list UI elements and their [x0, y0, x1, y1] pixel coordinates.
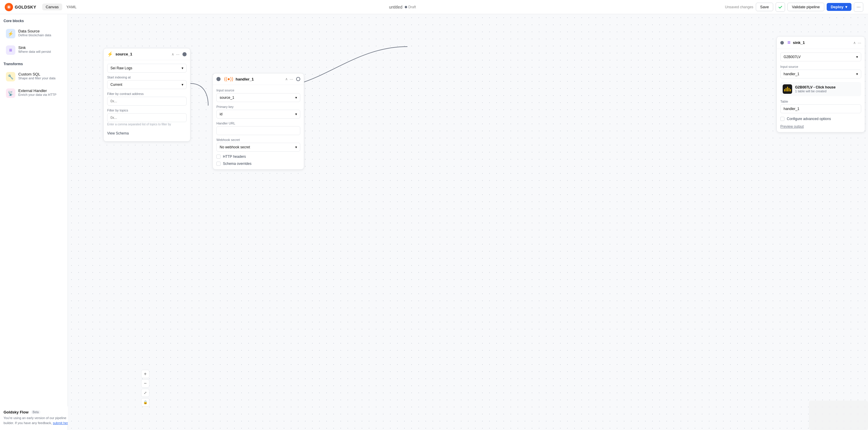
- core-blocks-title: Core blocks: [4, 19, 64, 23]
- view-schema-button[interactable]: View Schema: [107, 129, 187, 138]
- handler-node-header: ((●)) handler_1 ∧ ···: [213, 73, 304, 85]
- sink-name: Sink: [18, 45, 51, 50]
- pipeline-name: untitled: [389, 5, 402, 9]
- schema-overrides-checkbox[interactable]: [216, 162, 221, 166]
- sidebar-item-datasource[interactable]: ⚡ Data Source Define blockchain data: [4, 27, 64, 41]
- handler-webhook-field: Webhook secret No webhook secret ▾: [216, 138, 300, 152]
- tab-yaml[interactable]: YAML: [63, 4, 80, 10]
- save-button[interactable]: Save: [756, 3, 774, 11]
- fit-screen-button[interactable]: ⤢: [141, 389, 149, 397]
- datasource-desc: Define blockchain data: [18, 33, 51, 37]
- zoom-controls: + − ⤢ 🔒: [141, 370, 149, 406]
- handler-url-input[interactable]: [216, 126, 300, 135]
- handler-input-source-select[interactable]: source_1 ▾: [216, 93, 300, 102]
- logo: GOLDSKY: [5, 3, 36, 11]
- filter-topics-field: Filter by topics Enter a comma separated…: [107, 108, 187, 126]
- sql-desc: Shape and filter your data: [18, 76, 56, 80]
- more-options-button[interactable]: ···: [854, 2, 863, 12]
- source-lightning-icon: ⚡: [107, 51, 113, 57]
- logo-text: GOLDSKY: [15, 5, 36, 9]
- handler-webhook-select[interactable]: No webhook secret ▾: [216, 143, 300, 152]
- http-headers-row: HTTP headers: [216, 155, 300, 159]
- handler-pk-chevron-icon: ▾: [295, 112, 297, 116]
- validate-check-button[interactable]: [776, 2, 785, 12]
- sink-table-field: Table: [780, 100, 861, 113]
- filter-address-input[interactable]: [107, 97, 187, 106]
- canvas[interactable]: ⚡ source_1 ∧ ··· Sei Raw Logs ▾ Sta: [68, 14, 868, 430]
- datasource-name: Data Source: [18, 29, 51, 33]
- filter-topics-input[interactable]: [107, 113, 187, 122]
- draft-dot: [405, 6, 407, 8]
- clickhouse-bars-icon: [784, 87, 791, 92]
- unsaved-label: Unsaved changes: [725, 5, 753, 9]
- source-menu-button[interactable]: ···: [176, 52, 180, 57]
- clickhouse-text: G2B007LV - Click house 1 table will be c…: [795, 85, 836, 93]
- preview-output-link[interactable]: Preview output: [780, 125, 861, 129]
- handler-title: handler_1: [236, 77, 254, 81]
- handler-collapse-button[interactable]: ∧: [285, 77, 288, 81]
- handler-primary-key-select[interactable]: id ▾: [216, 110, 300, 119]
- topbar-right: Unsaved changes Save Validate pipeline D…: [725, 2, 863, 12]
- schema-overrides-label: Schema overrides: [223, 162, 252, 166]
- chain-select[interactable]: Sei Raw Logs ▾: [107, 64, 187, 72]
- ch-bar-5: [790, 89, 791, 92]
- sink-table-label: Table: [780, 100, 861, 103]
- sink-title: sink_1: [793, 40, 805, 45]
- sink-table-input[interactable]: [780, 104, 861, 113]
- sidebar-item-handler[interactable]: 📡 External Handler Enrich your data via …: [4, 86, 64, 100]
- start-chevron-icon: ▾: [182, 82, 183, 87]
- deploy-button[interactable]: Deploy ▾: [827, 3, 851, 11]
- topbar: GOLDSKY Canvas YAML untitled Draft Unsav…: [0, 0, 868, 14]
- tab-group: Canvas YAML: [42, 4, 80, 10]
- blur-overlay: [809, 400, 868, 430]
- ch-bar-1: [784, 89, 785, 92]
- tab-canvas[interactable]: Canvas: [42, 4, 62, 10]
- ch-bar-4: [788, 88, 789, 92]
- sink-input-source-label: Input source: [780, 65, 861, 68]
- sink-input-chevron-icon: ▾: [856, 72, 858, 76]
- sink-destination-select[interactable]: G2B007LV ▾: [780, 53, 861, 61]
- sidebar-item-sink[interactable]: ≡ Sink Where data will persist: [4, 43, 64, 57]
- chain-chevron-icon: ▾: [182, 66, 183, 70]
- handler-title-group: ((●)) handler_1: [216, 76, 254, 82]
- source-right-connector[interactable]: [182, 52, 187, 56]
- clickhouse-badge: G2B007LV - Click house 1 table will be c…: [780, 82, 861, 96]
- sink-collapse-button[interactable]: ∧: [853, 41, 856, 45]
- ch-bar-2: [786, 88, 786, 92]
- handler-left-connector[interactable]: [216, 77, 221, 81]
- sink-actions: ∧ ···: [853, 40, 861, 45]
- sql-text: Custom SQL Shape and filter your data: [18, 72, 56, 80]
- http-headers-label: HTTP headers: [223, 155, 246, 159]
- datasource-icon: ⚡: [6, 29, 16, 38]
- handler-primary-key-field: Primary key id ▾: [216, 105, 300, 119]
- source-collapse-button[interactable]: ∧: [172, 52, 174, 56]
- handler-menu-button[interactable]: ···: [290, 77, 293, 81]
- lock-button[interactable]: 🔒: [141, 398, 149, 406]
- handler-input-chevron-icon: ▾: [295, 96, 297, 100]
- transforms-title: Transforms: [4, 62, 64, 66]
- start-indexing-field: Start indexing at Current ▾: [107, 75, 187, 89]
- http-headers-checkbox[interactable]: [216, 155, 221, 159]
- sink-left-connector[interactable]: [780, 41, 784, 44]
- advanced-options-checkbox[interactable]: [780, 117, 784, 121]
- zoom-in-button[interactable]: +: [141, 370, 149, 378]
- start-indexing-select[interactable]: Current ▾: [107, 80, 187, 89]
- sink-menu-button[interactable]: ···: [858, 40, 861, 45]
- handler-url-label: Handler URL: [216, 122, 300, 125]
- handler-input-source-field: Input source source_1 ▾: [216, 89, 300, 102]
- zoom-out-button[interactable]: −: [141, 379, 149, 388]
- handler-name: External Handler: [18, 89, 56, 93]
- submit-link[interactable]: submit here: [53, 421, 70, 425]
- beta-badge: Beta: [31, 410, 41, 414]
- sink-title-group: ≡ sink_1: [780, 39, 805, 46]
- clickhouse-name: G2B007LV - Click house: [795, 85, 836, 89]
- sink-body: G2B007LV ▾ Input source handler_1 ▾: [777, 49, 865, 132]
- clickhouse-icon: [783, 84, 792, 94]
- draft-label: Draft: [408, 5, 416, 9]
- validate-pipeline-button[interactable]: Validate pipeline: [787, 3, 824, 11]
- handler-webhook-label: Webhook secret: [216, 138, 300, 141]
- source-title-group: ⚡ source_1: [107, 51, 132, 57]
- handler-right-connector[interactable]: [296, 77, 300, 81]
- sink-input-source-select[interactable]: handler_1 ▾: [780, 70, 861, 78]
- sidebar-item-sql[interactable]: 🔧 Custom SQL Shape and filter your data: [4, 70, 64, 84]
